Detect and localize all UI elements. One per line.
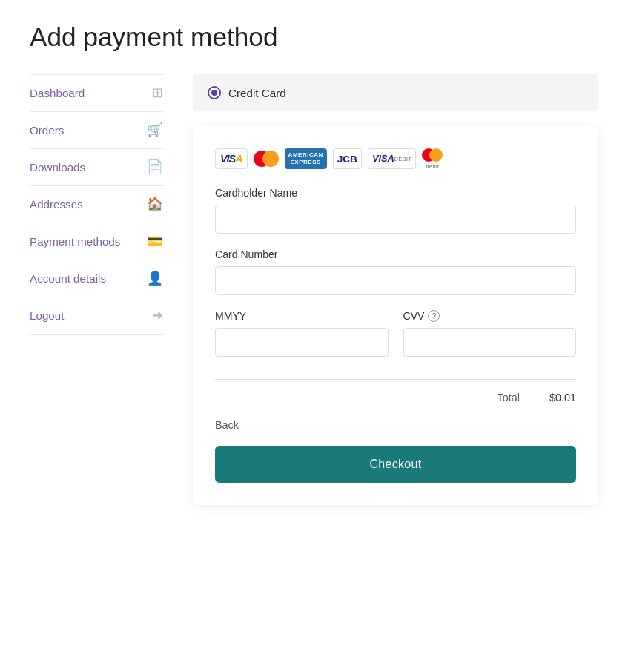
sidebar-item-account-details[interactable]: Account details 👤 bbox=[30, 260, 163, 297]
sidebar-item-label: Payment methods bbox=[30, 235, 120, 248]
credit-card-label: Credit Card bbox=[228, 87, 286, 99]
total-amount: $0.01 bbox=[549, 392, 576, 403]
orders-icon: 🛒 bbox=[147, 122, 163, 138]
addresses-icon: 🏠 bbox=[147, 197, 163, 212]
back-link[interactable]: Back bbox=[215, 419, 239, 431]
dashboard-icon: ⊞ bbox=[152, 85, 163, 101]
downloads-icon: 📄 bbox=[147, 159, 163, 175]
sidebar-item-downloads[interactable]: Downloads 📄 bbox=[30, 149, 163, 186]
main-content: Credit Card VISA AMERICANEXPRESS JCB VIS… bbox=[193, 74, 598, 505]
payment-icon: 💳 bbox=[147, 234, 163, 249]
card-number-label: Card Number bbox=[215, 248, 576, 260]
cvv-label: CVV ? bbox=[403, 310, 577, 322]
mc-debit-label: debit bbox=[426, 163, 439, 170]
checkout-button[interactable]: Checkout bbox=[215, 446, 576, 483]
sidebar-item-label: Logout bbox=[30, 309, 64, 322]
mc-debit-circles bbox=[422, 148, 443, 162]
amex-logo: AMERICANEXPRESS bbox=[285, 148, 327, 169]
sidebar-item-label: Addresses bbox=[30, 198, 83, 211]
credit-card-selector[interactable]: Credit Card bbox=[193, 74, 598, 111]
visa-debit-logo: VISA DEBIT bbox=[368, 148, 417, 169]
sidebar-item-label: Dashboard bbox=[30, 87, 85, 99]
mmyy-label: MMYY bbox=[215, 310, 389, 322]
mc-circle-right bbox=[262, 151, 279, 167]
sidebar-item-orders[interactable]: Orders 🛒 bbox=[30, 112, 163, 149]
jcb-logo: JCB bbox=[333, 148, 362, 169]
card-form: VISA AMERICANEXPRESS JCB VISA DEBIT deb bbox=[193, 126, 598, 505]
cvv-input[interactable] bbox=[403, 328, 577, 357]
expiry-cvv-row: MMYY CVV ? bbox=[215, 310, 576, 372]
cardholder-name-label: Cardholder Name bbox=[215, 187, 576, 199]
sidebar-item-dashboard[interactable]: Dashboard ⊞ bbox=[30, 74, 163, 112]
sidebar-item-label: Orders bbox=[30, 124, 64, 136]
sidebar-item-payment-methods[interactable]: Payment methods 💳 bbox=[30, 223, 163, 260]
divider bbox=[215, 379, 576, 380]
page-title: Add payment method bbox=[30, 22, 598, 52]
mc-debit-right bbox=[429, 148, 443, 162]
sidebar: Dashboard ⊞ Orders 🛒 Downloads 📄 Address… bbox=[30, 74, 163, 505]
total-row: Total $0.01 bbox=[215, 392, 576, 403]
card-number-group: Card Number bbox=[215, 248, 576, 295]
cvv-group: CVV ? bbox=[403, 310, 577, 357]
main-layout: Dashboard ⊞ Orders 🛒 Downloads 📄 Address… bbox=[30, 74, 598, 505]
mc-debit-logo: debit bbox=[422, 148, 443, 169]
sidebar-item-label: Downloads bbox=[30, 161, 85, 174]
mastercard-logo bbox=[254, 148, 279, 169]
visa-logo: VISA bbox=[215, 148, 248, 169]
sidebar-item-logout[interactable]: Logout ➜ bbox=[30, 297, 163, 335]
total-label: Total bbox=[498, 392, 520, 403]
sidebar-item-addresses[interactable]: Addresses 🏠 bbox=[30, 186, 163, 223]
mmyy-group: MMYY bbox=[215, 310, 389, 357]
mmyy-input[interactable] bbox=[215, 328, 389, 357]
cardholder-name-input[interactable] bbox=[215, 205, 576, 234]
radio-credit-card[interactable] bbox=[208, 86, 221, 99]
card-logos: VISA AMERICANEXPRESS JCB VISA DEBIT deb bbox=[215, 148, 576, 169]
cardholder-name-group: Cardholder Name bbox=[215, 187, 576, 234]
sidebar-item-label: Account details bbox=[30, 272, 106, 285]
cvv-help-icon[interactable]: ? bbox=[428, 310, 440, 322]
logout-icon: ➜ bbox=[152, 308, 163, 323]
card-number-input[interactable] bbox=[215, 266, 576, 295]
account-icon: 👤 bbox=[147, 271, 163, 286]
